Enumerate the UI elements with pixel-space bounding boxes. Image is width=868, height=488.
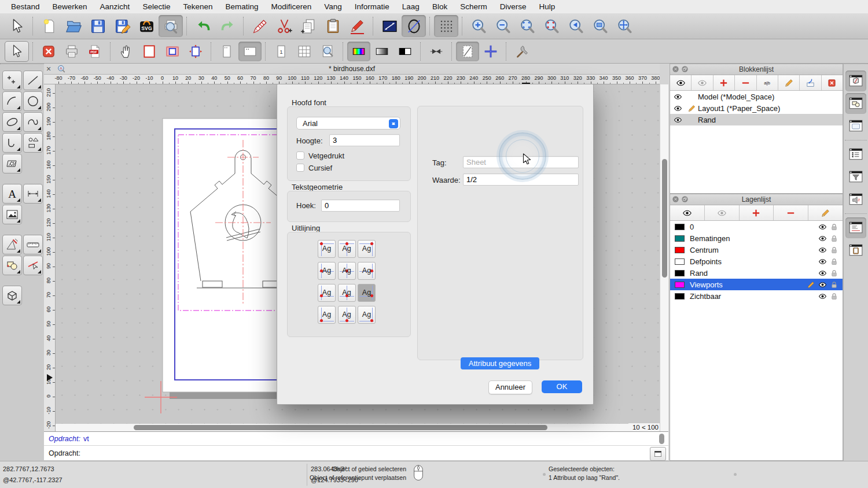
menu-bemating[interactable]: Bemating xyxy=(219,0,264,13)
select-tool-button[interactable] xyxy=(23,256,43,275)
lock-icon[interactable] xyxy=(827,280,838,289)
grid-toggle-button[interactable] xyxy=(434,15,458,37)
panel-command-toggle-button[interactable] xyxy=(845,217,866,238)
layers-remove-button[interactable] xyxy=(774,205,808,220)
block-tool-button[interactable] xyxy=(2,256,22,275)
layer-row[interactable]: Defpoints xyxy=(670,256,843,267)
zoom-window-button[interactable] xyxy=(588,15,612,37)
circle-tool-button[interactable] xyxy=(23,91,43,111)
lock-icon[interactable] xyxy=(827,246,838,254)
layer-row[interactable]: Rand xyxy=(670,267,843,279)
modify-tool-button[interactable] xyxy=(2,235,22,254)
eye-icon[interactable] xyxy=(815,223,827,231)
polyline-tool-button[interactable] xyxy=(2,133,22,153)
layer-row[interactable]: Bematingen xyxy=(670,232,843,244)
menu-bestand[interactable]: Bestand xyxy=(5,0,46,13)
print-preview-button[interactable] xyxy=(159,15,183,37)
delete-entity-button[interactable] xyxy=(248,15,272,37)
color-gray-button[interactable] xyxy=(370,42,393,61)
blocks-insert-button[interactable] xyxy=(800,75,821,90)
alignment-cell-r3c2[interactable]: Ag xyxy=(358,306,376,324)
eye-icon[interactable] xyxy=(815,257,827,266)
eye-icon[interactable] xyxy=(670,116,685,124)
cursor-boxed-button[interactable] xyxy=(5,41,29,62)
image-tool-button[interactable] xyxy=(2,205,22,224)
block-row[interactable]: Layout1 (*Paper_Space) xyxy=(670,102,843,114)
menu-diverse[interactable]: Diverse xyxy=(494,0,533,13)
alignment-cell-r2c2[interactable]: Ag xyxy=(358,284,376,302)
line-tool-button[interactable] xyxy=(23,71,43,90)
measure-tool-button[interactable] xyxy=(23,235,43,254)
blocks-remove-button[interactable] xyxy=(735,75,756,90)
zoom-auto-button[interactable] xyxy=(515,15,539,37)
new-file-button[interactable] xyxy=(37,15,61,37)
eye-icon[interactable] xyxy=(815,246,827,254)
panel-blocks-toggle-button[interactable] xyxy=(845,71,866,91)
blocks-rename-button[interactable]: a|b xyxy=(757,75,778,90)
eye-icon[interactable] xyxy=(670,104,685,113)
paste-button[interactable] xyxy=(321,15,345,37)
page-single-button[interactable]: 1 xyxy=(270,42,293,61)
menu-scherm[interactable]: Scherm xyxy=(454,0,494,13)
page-grid-button[interactable] xyxy=(293,42,316,61)
alignment-cell-r3c1[interactable]: Ag xyxy=(338,306,356,324)
save-as-button[interactable] xyxy=(110,15,134,37)
menu-tekenen[interactable]: Tekenen xyxy=(176,0,219,13)
zoom-selection-button[interactable] xyxy=(539,15,564,37)
ok-button[interactable]: OK xyxy=(542,380,582,393)
alignment-cell-r0c1[interactable]: Ag xyxy=(338,240,356,258)
eye-icon[interactable] xyxy=(815,234,827,243)
lock-icon[interactable] xyxy=(827,269,838,278)
lineweight-button[interactable] xyxy=(425,42,448,61)
panel-render-toggle-button[interactable] xyxy=(845,189,866,210)
layers-edit-button[interactable] xyxy=(808,205,843,220)
bold-checkbox[interactable] xyxy=(296,151,304,160)
layer-row[interactable]: 0 xyxy=(670,221,843,232)
zoom-out-button[interactable] xyxy=(491,15,515,37)
panel-list-toggle-button[interactable] xyxy=(845,144,866,165)
blocks-eye-off-button[interactable] xyxy=(692,75,713,90)
horizontal-scroll-thumb[interactable] xyxy=(134,425,547,430)
eye-icon[interactable] xyxy=(815,280,827,289)
cut-button[interactable] xyxy=(272,15,296,37)
copy-button[interactable] xyxy=(296,15,321,37)
edit-attributes-button[interactable] xyxy=(345,15,369,37)
font-family-select[interactable]: Arial xyxy=(296,117,400,130)
lock-icon[interactable] xyxy=(827,234,838,243)
panel-library-toggle-button[interactable] xyxy=(845,93,866,114)
italic-checkbox[interactable] xyxy=(296,164,304,172)
history-scroll-thumb[interactable] xyxy=(659,434,664,444)
pdf-export-button[interactable]: PDF xyxy=(83,42,106,61)
panel-filter-toggle-button[interactable] xyxy=(845,167,866,187)
layer-row[interactable]: Centrum xyxy=(670,244,843,256)
lock-icon[interactable] xyxy=(827,292,838,301)
alignment-cell-r1c1[interactable]: Ag xyxy=(338,262,356,280)
solid-tool-button[interactable] xyxy=(2,286,22,305)
undo-button[interactable] xyxy=(191,15,215,37)
alignment-cell-r0c2[interactable]: Ag xyxy=(358,240,376,258)
zoom-in-button[interactable] xyxy=(466,15,491,37)
lock-icon[interactable] xyxy=(827,223,838,231)
layers-eye-button[interactable] xyxy=(670,205,705,220)
attribute-data-button[interactable]: Attribuut gegevens xyxy=(461,357,539,369)
ellipse-tool-button[interactable] xyxy=(402,15,426,37)
alignment-cell-r2c1[interactable]: Ag xyxy=(338,284,356,302)
dimension-tool-button[interactable] xyxy=(23,184,43,204)
menu-modificeren[interactable]: Modificeren xyxy=(265,0,318,13)
layer-row[interactable]: Zichtbaar xyxy=(670,290,843,302)
layers-eye-off-button[interactable] xyxy=(705,205,740,220)
pan-button[interactable] xyxy=(612,15,637,37)
spline-tool-button[interactable] xyxy=(23,112,43,132)
viewport-move-button[interactable] xyxy=(184,42,207,61)
color-full-button[interactable] xyxy=(347,42,370,61)
color-bw-button[interactable] xyxy=(393,42,417,61)
panel-viewport-toggle-button[interactable] xyxy=(845,116,866,136)
lock-icon[interactable] xyxy=(827,257,838,266)
page-landscape-button[interactable] xyxy=(238,42,262,61)
blocks-eye-button[interactable] xyxy=(670,75,692,90)
vertical-scroll-thumb[interactable] xyxy=(662,159,667,278)
canvas-horizontal-scrollbar[interactable] xyxy=(56,424,628,431)
page-portrait-button[interactable] xyxy=(215,42,238,61)
menu-vang[interactable]: Vang xyxy=(318,0,348,13)
cancel-button[interactable]: Annuleer xyxy=(488,380,532,394)
